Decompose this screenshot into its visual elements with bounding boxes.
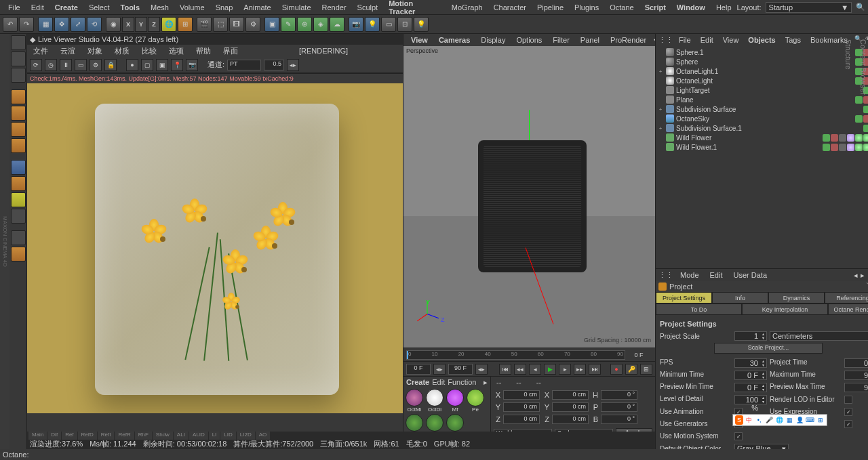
lv-pause-button[interactable]: ⏸ (60, 59, 72, 71)
defcolor-dropdown[interactable]: Gray-Blue▾ (734, 444, 789, 449)
object-row[interactable]: Sphere.1 (657, 47, 868, 57)
rotate-button[interactable]: ⟲ (87, 17, 102, 32)
workplane-button[interactable] (11, 68, 26, 83)
tweak-button[interactable] (11, 160, 26, 175)
obj-menu-file[interactable]: File (675, 35, 695, 45)
object-name[interactable]: Sphere.1 (676, 49, 853, 56)
texture-mode-button[interactable] (11, 51, 26, 66)
ime-globe-icon[interactable]: 🌐 (776, 415, 784, 425)
fps-input[interactable]: 30▴▾ (734, 358, 767, 368)
object-name[interactable]: Subdivision Surface (676, 106, 861, 113)
menu-character[interactable]: Character (488, 1, 532, 14)
camera-button[interactable]: 📷 (349, 17, 363, 32)
object-name[interactable]: OctaneLight (676, 77, 853, 85)
ime-mic-icon[interactable]: 🎤 (766, 415, 774, 425)
material-cell[interactable] (425, 414, 444, 432)
tl-play-button[interactable]: ▶ (544, 364, 556, 375)
attr-nav-fwd-icon[interactable]: ▸ (861, 271, 865, 280)
tool1-button[interactable] (11, 230, 26, 245)
object-row[interactable]: Wild Flower.1 (657, 142, 868, 152)
primitive-cube-button[interactable]: ▣ (264, 17, 279, 32)
lv-menu-file[interactable]: 文件 (30, 45, 52, 58)
tl-keymode-button[interactable]: ⊞ (640, 364, 652, 375)
object-row[interactable]: Wild Flower (657, 133, 868, 142)
attr-menu-userdata[interactable]: User Data (730, 270, 772, 280)
lv-menu-help[interactable]: 帮助 (193, 45, 214, 58)
mat-menu-edit[interactable]: Edit (432, 378, 445, 386)
lv-menu-cloud[interactable]: 云渲 (57, 45, 79, 58)
lod-input[interactable]: 100 %▴▾ (734, 395, 767, 404)
coord-tab3[interactable]: -- (534, 377, 544, 388)
coord-input[interactable]: 0 cm (552, 402, 589, 412)
object-name[interactable]: OctaneLight.1 (676, 68, 853, 75)
coord-input[interactable]: 0 ° (601, 415, 637, 424)
vp-menu-display[interactable]: Display (476, 35, 510, 45)
attr-tab-keyinterp[interactable]: Key Interpolation (742, 304, 828, 315)
object-row[interactable]: Plane (657, 95, 868, 104)
object-row[interactable]: +OctaneLight.1 (657, 66, 868, 76)
snap-button[interactable] (11, 192, 26, 207)
viewport-solo-button[interactable] (11, 176, 26, 191)
projtime-input[interactable]: 0 (844, 358, 868, 368)
search-icon[interactable]: 🔍 (856, 3, 865, 12)
lastused-button[interactable]: ◉ (106, 17, 121, 32)
menu-tools[interactable]: Tools (115, 1, 146, 14)
obj-menu-edit[interactable]: Edit (696, 35, 717, 45)
tl-spinner1[interactable]: ◂▸ (433, 364, 446, 375)
lv-menu-options[interactable]: 选项 (165, 45, 187, 58)
model-mode-button[interactable] (11, 35, 26, 50)
render-output[interactable] (27, 83, 403, 413)
point-mode-button[interactable] (11, 89, 26, 104)
lv-menu-object[interactable]: 对象 (84, 45, 106, 58)
tl-spinner2[interactable]: ◂▸ (475, 364, 488, 375)
menu-help[interactable]: Help (711, 1, 737, 14)
attr-grip-icon[interactable]: ⋮⋮ (658, 271, 673, 280)
ime-punct-icon[interactable]: •, (755, 415, 764, 425)
redo-button[interactable]: ↷ (19, 17, 34, 32)
usedef-checkbox[interactable]: ✓ (844, 420, 852, 428)
menu-simulate[interactable]: Simulate (277, 1, 317, 14)
timeline-track[interactable]: 01020 405060 708090 (406, 350, 625, 360)
tl-prevframe-button[interactable]: ◂ (529, 364, 541, 375)
menu-snap[interactable]: Snap (210, 1, 239, 14)
viewport-3d[interactable]: Y Z Grid Spacing : 10000 cm (403, 56, 655, 348)
object-name[interactable]: Sphere (676, 58, 853, 66)
tl-goend-button[interactable]: ⏭ (589, 364, 601, 375)
object-row[interactable]: +Subdivision Surface.1 (657, 123, 868, 133)
locked-button[interactable] (11, 209, 26, 224)
menu-script[interactable]: Script (639, 1, 671, 14)
object-name[interactable]: Wild Flower.1 (676, 144, 821, 151)
lv-sphere-button[interactable]: ● (126, 59, 138, 71)
scale-project-button[interactable]: Scale Project... (714, 343, 823, 354)
bulb-button[interactable]: 💡 (414, 17, 429, 32)
coord-button[interactable]: ⊞ (178, 17, 193, 32)
expand-icon[interactable]: + (657, 106, 664, 112)
object-name[interactable]: OctaneSky (676, 115, 853, 123)
vp-menu-options[interactable]: Options (511, 35, 547, 45)
menu-render[interactable]: Render (317, 1, 352, 14)
expand-icon[interactable]: + (657, 68, 664, 75)
object-name[interactable]: Wild Flower (676, 134, 821, 142)
lv-menu-ui[interactable]: 界面 (220, 45, 241, 58)
coord-input[interactable]: 0 cm (552, 415, 589, 424)
coord-sys-button[interactable]: 🌐 (161, 17, 176, 32)
environment-button[interactable]: ☁ (330, 17, 344, 32)
menu-volume[interactable]: Volume (174, 1, 210, 14)
obj-grip-icon[interactable]: ⋮⋮ (658, 36, 673, 45)
light-button[interactable]: 💡 (365, 17, 380, 32)
attr-tab-referencing[interactable]: Referencing (825, 292, 868, 304)
render-view-button[interactable]: 🎬 (197, 17, 212, 32)
rtab-content[interactable]: Content Browser (859, 37, 868, 266)
object-tag[interactable] (831, 134, 838, 142)
projscale-input[interactable]: 1▴▾ (734, 331, 767, 341)
render-region-button[interactable]: ⬚ (213, 17, 228, 32)
scene-button[interactable]: ⊡ (397, 17, 412, 32)
vp-menu-view[interactable]: View (406, 35, 433, 45)
object-name[interactable]: LightTarget (676, 87, 861, 94)
ime-menu-icon[interactable]: ⊞ (816, 415, 825, 425)
tl-record-button[interactable]: ● (610, 364, 623, 375)
axis-x-toggle[interactable]: X (122, 17, 134, 32)
object-name[interactable]: Plane (676, 96, 853, 104)
object-name[interactable]: Subdivision Surface.1 (676, 125, 861, 132)
material-cell[interactable] (446, 414, 465, 432)
